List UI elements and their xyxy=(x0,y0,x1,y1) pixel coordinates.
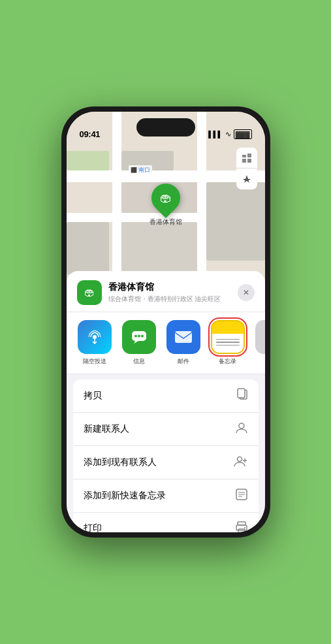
copy-icon xyxy=(236,388,248,404)
status-icons: ▌▌▌ ∿ ▓▓▓ xyxy=(208,129,251,139)
action-add-notes[interactable]: 添加到新快速备忘录 xyxy=(73,479,259,513)
airdrop-label: 隔空投送 xyxy=(83,357,106,366)
pin-label: 香港体育馆 xyxy=(150,217,182,227)
svg-point-7 xyxy=(134,335,137,338)
notes-line xyxy=(216,339,240,340)
map-controls xyxy=(236,148,257,189)
share-notes[interactable]: 备忘录 xyxy=(209,320,247,366)
action-add-notes-label: 添加到新快速备忘录 xyxy=(84,490,166,502)
action-new-contact[interactable]: 新建联系人 xyxy=(73,413,259,446)
pin-circle: 🏟 xyxy=(145,178,185,218)
action-add-existing-label: 添加到现有联系人 xyxy=(84,457,157,468)
svg-point-14 xyxy=(237,457,242,462)
notes-label: 备忘录 xyxy=(219,357,236,366)
svg-point-9 xyxy=(141,335,144,338)
action-add-existing[interactable]: 添加到现有联系人 xyxy=(73,446,259,479)
map-label: ⬛ 南口 xyxy=(129,165,153,175)
svg-rect-3 xyxy=(247,159,251,163)
action-copy-label: 拷贝 xyxy=(84,390,102,402)
share-mail[interactable]: 邮件 xyxy=(165,320,202,366)
phone-screen: 09:41 ▌▌▌ ∿ ▓▓▓ ⬛ 南口 xyxy=(67,112,265,532)
add-notes-icon xyxy=(235,488,248,504)
svg-rect-0 xyxy=(242,155,246,157)
bottom-sheet: 🏟 香港体育馆 综合体育馆・香港特别行政区 油尖旺区 ✕ xyxy=(67,271,265,532)
pin-icon: 🏟 xyxy=(160,191,172,205)
message-label: 信息 xyxy=(133,357,145,366)
location-icon: 🏟 xyxy=(77,280,102,305)
message-icon xyxy=(122,320,156,354)
signal-icon: ▌▌▌ xyxy=(208,131,222,138)
share-message[interactable]: 信息 xyxy=(120,320,158,366)
notes-line xyxy=(216,342,240,343)
location-button[interactable] xyxy=(236,169,257,189)
location-subtitle: 综合体育馆・香港特别行政区 油尖旺区 xyxy=(108,295,231,304)
location-info: 香港体育馆 综合体育馆・香港特别行政区 油尖旺区 xyxy=(108,282,231,304)
map-road xyxy=(67,170,265,182)
phone-frame: 09:41 ▌▌▌ ∿ ▓▓▓ ⬛ 南口 xyxy=(61,106,270,538)
svg-rect-2 xyxy=(242,159,246,163)
location-pin: 🏟 香港体育馆 xyxy=(150,184,182,227)
map-type-button[interactable] xyxy=(236,148,257,169)
notes-lines xyxy=(216,339,240,348)
share-more[interactable]: 提 xyxy=(253,320,265,366)
status-time: 09:41 xyxy=(80,129,101,139)
mail-label: 邮件 xyxy=(178,357,189,366)
notes-line xyxy=(216,345,240,346)
svg-rect-10 xyxy=(175,331,192,343)
map-block xyxy=(206,182,265,261)
map-block xyxy=(121,222,197,274)
action-list: 拷贝 新建联系人 xyxy=(73,379,259,532)
map-block xyxy=(67,222,109,274)
close-button[interactable]: ✕ xyxy=(238,284,255,301)
map-green xyxy=(67,151,109,170)
svg-rect-1 xyxy=(247,153,251,157)
new-contact-icon xyxy=(235,421,248,437)
status-bar: 09:41 ▌▌▌ ∿ ▓▓▓ xyxy=(67,112,265,143)
svg-point-4 xyxy=(93,335,97,339)
action-print[interactable]: 打印 xyxy=(73,513,259,532)
notes-icon xyxy=(211,320,245,354)
location-name: 香港体育馆 xyxy=(108,282,231,293)
svg-point-13 xyxy=(239,423,244,428)
svg-point-19 xyxy=(244,527,245,528)
print-icon xyxy=(235,521,248,532)
more-icon xyxy=(255,320,265,354)
share-airdrop[interactable]: 隔空投送 xyxy=(76,320,114,366)
add-existing-icon xyxy=(234,455,248,470)
location-header: 🏟 香港体育馆 综合体育馆・香港特别行政区 油尖旺区 ✕ xyxy=(67,271,265,312)
battery-icon: ▓▓▓ xyxy=(234,129,252,139)
action-new-contact-label: 新建联系人 xyxy=(84,423,129,435)
svg-point-8 xyxy=(138,335,140,338)
share-row: 隔空投送 信息 xyxy=(67,312,265,374)
svg-rect-12 xyxy=(238,389,245,398)
action-copy[interactable]: 拷贝 xyxy=(73,379,259,413)
mail-icon xyxy=(166,320,200,354)
action-print-label: 打印 xyxy=(84,523,102,532)
airdrop-icon xyxy=(78,320,112,354)
wifi-icon: ∿ xyxy=(225,130,231,138)
